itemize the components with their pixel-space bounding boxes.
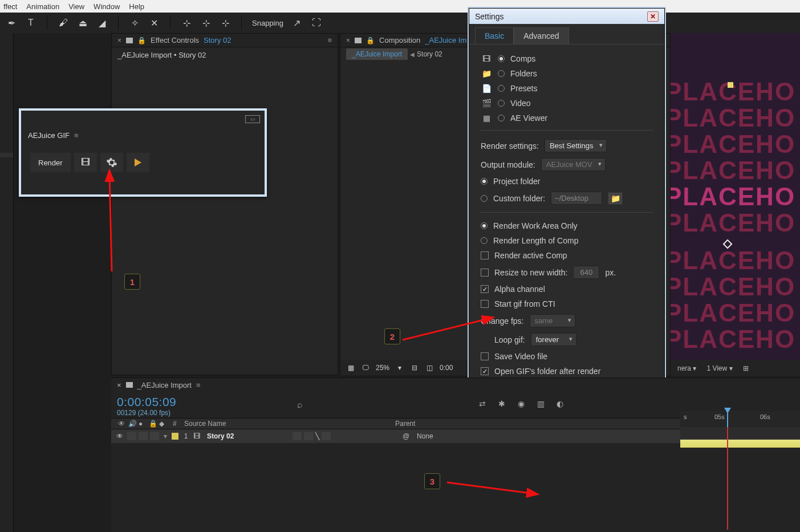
text-tool-icon[interactable]: T (25, 17, 36, 29)
radio-custom-folder[interactable] (481, 195, 488, 202)
switch-collapse[interactable] (304, 432, 313, 440)
axis-local-icon[interactable]: ⊹ (181, 17, 192, 29)
radio-aeviewer[interactable] (498, 115, 505, 121)
breadcrumb-tab-active[interactable]: _AEJuice Import (346, 48, 408, 60)
menu-effect[interactable]: ffect (3, 2, 17, 11)
label-col-icon[interactable]: ◆ (156, 420, 169, 428)
source-name-header[interactable]: Source Name (181, 420, 278, 428)
stamp-tool-icon[interactable]: ⏏ (77, 17, 88, 29)
panel-menu-icon[interactable]: ≡ (74, 131, 79, 140)
brush-tool-icon[interactable]: 🖌 (58, 17, 69, 29)
timeline-layer-bar[interactable] (680, 440, 800, 448)
axis-view-icon[interactable]: ⊹ (220, 17, 231, 29)
viewport[interactable]: PLACEHO PLACEHO PLACEHO PLACEHO PLACEHO … (671, 33, 800, 376)
resolution-icon[interactable]: ⊟ (410, 363, 419, 372)
settings-titlebar[interactable]: Settings ✕ (469, 9, 664, 24)
view-options-icon[interactable]: ⊞ (743, 364, 749, 372)
roto-tool-icon[interactable]: ✧ (129, 17, 140, 29)
change-fps-select[interactable]: same (530, 314, 575, 327)
menu-window[interactable]: Window (94, 2, 120, 11)
snap-bounds-icon[interactable]: ⛶ (311, 17, 322, 29)
shy-icon[interactable]: ✱ (497, 399, 507, 409)
resize-width-input[interactable]: 640 (573, 266, 599, 279)
panel-menu-icon[interactable]: ≡ (196, 381, 201, 389)
lock-col-icon[interactable]: 🔒 (145, 420, 156, 428)
radio-comps[interactable] (498, 55, 505, 62)
current-timecode[interactable]: 0:00:05:09 (117, 395, 176, 408)
effect-controls-tab[interactable]: × 🔒 Effect Controls Story 02 ≡ (112, 34, 338, 47)
timeline-tab[interactable]: × _AEJuice Import ≡ (111, 378, 800, 392)
close-tab-icon[interactable]: × (346, 36, 350, 44)
monitor-icon[interactable]: 🖵 (361, 363, 370, 372)
custom-folder-input[interactable]: ~/Desktop (551, 192, 602, 205)
radio-project-folder[interactable] (481, 178, 488, 185)
render-settings-select[interactable]: Best Settings (545, 139, 607, 152)
eye-toggle-icon[interactable]: 👁 (115, 432, 125, 440)
radio-folders[interactable] (498, 70, 505, 77)
check-save-video[interactable] (481, 352, 489, 360)
composition-comp-link[interactable]: _AEJuice Im (425, 36, 466, 44)
view-count-dropdown[interactable]: 1 View ▾ (706, 364, 732, 372)
snapping-label[interactable]: Snapping (252, 19, 283, 27)
eye-col-icon[interactable]: 👁 (115, 420, 125, 428)
audio-col-icon[interactable]: 🔊 (125, 420, 135, 428)
menu-animation[interactable]: Animation (26, 2, 59, 11)
check-render-active[interactable] (481, 251, 489, 259)
check-open-folder[interactable] (481, 367, 489, 375)
pickwhip-icon[interactable]: @ (397, 432, 415, 440)
timeline-ruler[interactable]: s 05s 06s (680, 411, 800, 427)
chevron-down-icon[interactable]: ▾ (395, 363, 404, 372)
zoom-level[interactable]: 25% (376, 364, 389, 372)
panel-menu-icon[interactable]: ≡ (327, 36, 332, 44)
tab-basic[interactable]: Basic (475, 27, 514, 44)
motion-blur-icon[interactable]: ◐ (555, 399, 565, 409)
effect-controls-comp-link[interactable]: Story 02 (204, 36, 231, 44)
audio-toggle[interactable] (127, 432, 136, 440)
search-icon[interactable]: ⌕ (297, 400, 303, 410)
draft3d-icon[interactable]: ◉ (516, 399, 526, 409)
switch-shy[interactable] (293, 432, 302, 440)
panel-collapse-icon[interactable]: ▭ (245, 115, 260, 123)
output-module-select[interactable]: AEJuice MOV (541, 158, 606, 171)
breadcrumb-tab-other[interactable]: Story 02 (417, 50, 442, 58)
lock-toggle[interactable] (150, 432, 159, 440)
layer-label-color[interactable] (172, 433, 178, 440)
radio-presets[interactable] (498, 85, 505, 92)
axis-world-icon[interactable]: ⊹ (200, 17, 212, 29)
radio-render-length[interactable] (481, 237, 488, 244)
check-start-cti[interactable] (481, 300, 489, 308)
settings-button[interactable] (100, 153, 123, 172)
check-alpha-channel[interactable] (481, 285, 489, 293)
layer-name[interactable]: Story 02 (205, 432, 290, 440)
menu-view[interactable]: View (68, 2, 84, 11)
solo-col-icon[interactable]: ● (135, 420, 145, 428)
switch-fx[interactable] (322, 432, 331, 440)
grid-icon[interactable]: ▦ (346, 363, 355, 372)
lock-icon[interactable]: 🔒 (366, 36, 375, 44)
solo-toggle[interactable] (139, 432, 148, 440)
twirl-icon[interactable]: ▾ (161, 432, 169, 440)
lock-icon[interactable]: 🔒 (137, 36, 146, 44)
parent-dropdown[interactable]: None (417, 432, 451, 440)
switch-quality[interactable]: ╲ (315, 432, 319, 440)
pen-tool-icon[interactable]: ✒ (6, 17, 17, 29)
tab-advanced[interactable]: Advanced (514, 27, 568, 44)
frame-blend-icon[interactable]: ▥ (535, 399, 546, 409)
browse-folder-button[interactable]: 📁 (608, 192, 623, 205)
render-button[interactable]: Render (30, 153, 71, 172)
close-tab-icon[interactable]: × (117, 36, 121, 44)
close-tab-icon[interactable]: × (117, 381, 121, 389)
loop-gif-select[interactable]: forever (531, 333, 576, 346)
snap-edge-icon[interactable]: ↗ (291, 17, 303, 29)
eraser-tool-icon[interactable]: ◢ (96, 17, 108, 29)
window-close-icon[interactable]: ✕ (647, 11, 659, 22)
project-panel-collapsed[interactable] (0, 33, 14, 532)
pin-tool-icon[interactable]: ✕ (148, 17, 160, 29)
output-module-button[interactable]: 🎞 (74, 153, 97, 172)
radio-render-work-area[interactable] (481, 222, 488, 229)
camera-dropdown[interactable]: nera ▾ (677, 364, 696, 372)
play-button[interactable] (127, 153, 149, 172)
bbox-handle[interactable] (728, 82, 733, 88)
radio-video[interactable] (498, 100, 505, 107)
aejuice-gif-tab[interactable]: AEJuice GIF ≡ (21, 128, 265, 143)
